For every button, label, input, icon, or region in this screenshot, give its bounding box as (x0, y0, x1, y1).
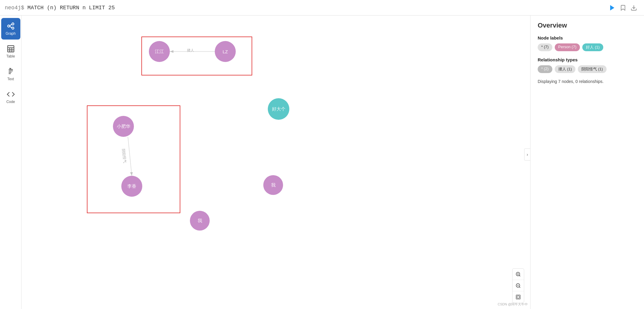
sidebar-item-code[interactable]: Code (1, 86, 20, 108)
svg-marker-0 (610, 5, 614, 10)
overview-title: Overview (538, 22, 637, 29)
svg-point-4 (12, 27, 14, 29)
zoom-fit-button[interactable] (513, 291, 524, 303)
node-labels-title: Node labels (538, 35, 637, 40)
svg-line-5 (10, 24, 12, 26)
prompt-query: MATCH (n) RETURN n LIMIT 25 (24, 5, 115, 11)
zoom-controls (512, 268, 524, 303)
svg-point-2 (12, 23, 14, 25)
svg-rect-7 (7, 46, 14, 52)
rel-label-louren: 搂人 (187, 48, 194, 53)
sidebar-label-table: Table (6, 54, 15, 58)
svg-line-20 (519, 275, 520, 276)
svg-line-24 (519, 287, 520, 287)
rel-types-badges: * (2) 搂人 (1) 阴阳怪气 (1) (538, 65, 637, 73)
query-prompt: neo4j$ MATCH (n) RETURN n LIMIT 25 (5, 5, 607, 11)
sidebar-label-code: Code (6, 100, 15, 104)
download-button[interactable] (628, 2, 639, 13)
svg-line-6 (10, 26, 12, 28)
topbar: neo4j$ MATCH (n) RETURN n LIMIT 25 (0, 0, 644, 16)
rel-types-title: Relationship types (538, 57, 637, 62)
prompt-prefix: neo4j$ (5, 5, 24, 11)
graph-canvas[interactable]: 搂人 阴阳怪气 江江 LZ 小肥华 李香 好大个 我 我 CSDN @阿牛大牛中 (22, 16, 530, 309)
sidebar-label-text: Text (7, 77, 14, 81)
node-wo1[interactable]: 我 (263, 175, 283, 195)
badge-all-rels[interactable]: * (2) (538, 65, 552, 73)
sidebar-item-graph[interactable]: Graph (1, 18, 20, 40)
node-hadaige[interactable]: 好大个 (268, 98, 289, 120)
svg-rect-26 (516, 295, 520, 299)
selection-box-2 (87, 105, 180, 213)
node-lixiang[interactable]: 李香 (121, 176, 142, 197)
badge-yinyangqiqi[interactable]: 阴阳怪气 (1) (578, 65, 607, 73)
svg-point-3 (7, 25, 10, 27)
node-lz[interactable]: LZ (215, 41, 236, 62)
sidebar: Graph Table Text Code (0, 16, 22, 309)
zoom-in-button[interactable] (513, 269, 524, 280)
sidebar-label-graph: Graph (6, 31, 16, 36)
run-button[interactable] (607, 2, 618, 13)
node-xiaofeihao[interactable]: 小肥华 (113, 116, 134, 137)
badge-louren[interactable]: 搂人 (1) (555, 65, 576, 73)
display-info: Displaying 7 nodes, 0 relationships. (538, 79, 637, 84)
svg-rect-27 (517, 296, 519, 298)
node-jiangjiang[interactable]: 江江 (149, 41, 170, 62)
watermark: CSDN @阿牛大牛中 (498, 302, 528, 307)
badge-haoren[interactable]: 好人 (1) (582, 43, 603, 51)
svg-line-18 (128, 137, 132, 176)
zoom-out-button[interactable] (513, 280, 524, 291)
node-wo2[interactable]: 我 (190, 211, 210, 231)
main-area: Graph Table Text Code (0, 16, 644, 309)
badge-all-nodes[interactable]: * (7) (538, 43, 552, 51)
right-panel: Overview Node labels * (7) Person (7) 好人… (530, 16, 644, 309)
badge-person[interactable]: Person (7) (555, 43, 580, 51)
rel-label-yinyangqiqi: 阴阳怪气 (121, 149, 127, 163)
node-labels-badges: * (7) Person (7) 好人 (1) (538, 43, 637, 51)
expand-panel-button[interactable]: › (524, 149, 530, 160)
sidebar-item-table[interactable]: Table (1, 41, 20, 62)
bookmark-button[interactable] (618, 2, 628, 13)
sidebar-item-text[interactable]: Text (1, 63, 20, 85)
